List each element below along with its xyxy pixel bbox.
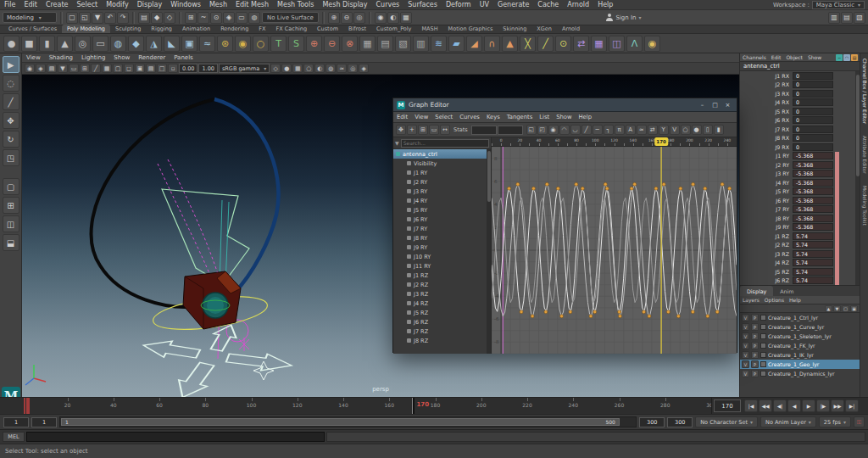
graph-editor-menu-item[interactable]: Keys: [483, 114, 504, 120]
resolution-gate-icon[interactable]: ◻: [124, 64, 134, 73]
menu-item[interactable]: Create: [42, 1, 73, 8]
separator[interactable]: [132, 12, 135, 24]
poly-cone-icon[interactable]: ▲: [57, 36, 73, 52]
keyframe-dot[interactable]: [706, 315, 709, 318]
panel-menu-item[interactable]: Panels: [170, 54, 198, 61]
select-component-icon[interactable]: ◇: [164, 12, 175, 24]
shelf-tab[interactable]: Rigging: [146, 25, 177, 33]
exposure-field[interactable]: 0.00: [179, 64, 198, 73]
mash-network-icon[interactable]: ▦: [591, 36, 607, 52]
channel-name[interactable]: J2 RX: [740, 81, 793, 87]
menu-item[interactable]: Windows: [166, 1, 205, 8]
append-polygon-icon[interactable]: ▰: [448, 36, 465, 52]
play-backwards-button[interactable]: ◀: [787, 399, 801, 412]
channel-name[interactable]: J2 RZ: [740, 242, 793, 248]
keyframe-dot[interactable]: [593, 310, 597, 314]
shelf-tab[interactable]: XGen: [531, 25, 557, 33]
lasso-select-tool[interactable]: ◌: [3, 75, 19, 92]
snap-projected-center-icon[interactable]: ◈: [223, 12, 235, 24]
channel-value-field[interactable]: 0: [793, 126, 833, 133]
keyframe-dot[interactable]: [679, 187, 682, 190]
layer-row[interactable]: V P Creature_1_Dynamics_lyr: [740, 369, 860, 378]
mash-editor-icon[interactable]: ◫: [609, 36, 625, 52]
separator[interactable]: [369, 12, 371, 24]
shelf-tab[interactable]: FX Caching: [271, 25, 313, 33]
layer-visibility-toggle[interactable]: V: [742, 360, 749, 368]
svg-tool-icon[interactable]: S: [288, 36, 304, 52]
keyframe-dot[interactable]: [618, 315, 621, 318]
shadows-icon[interactable]: ◐: [314, 64, 325, 73]
create-empty-layer-icon[interactable]: ▢: [842, 305, 849, 312]
layer-color-swatch[interactable]: [760, 371, 766, 377]
filter-icon[interactable]: ▼: [395, 140, 399, 146]
outliner-row[interactable]: J6 RY: [393, 215, 491, 224]
channel-box-menu-item[interactable]: Channels: [740, 54, 769, 60]
render-settings-icon[interactable]: ▦: [400, 12, 412, 24]
layer-menu-item[interactable]: Help: [787, 297, 804, 303]
time-slider-ruler[interactable]: 2040608010012014016018020022024026028030…: [24, 398, 712, 414]
layer-color-swatch[interactable]: [760, 324, 766, 330]
channel-value-field[interactable]: 0: [793, 98, 833, 106]
layer-color-swatch[interactable]: [760, 361, 766, 367]
channel-value-field[interactable]: -5.368: [793, 215, 833, 222]
keyframe-dot[interactable]: [589, 315, 593, 318]
channel-speed-icon[interactable]: ~: [836, 54, 843, 61]
keyframe-dot[interactable]: [531, 315, 534, 318]
graph-editor-menu-item[interactable]: List: [536, 114, 553, 120]
green-control-shape[interactable]: [162, 189, 249, 284]
poly-platonic-icon[interactable]: ◆: [128, 36, 144, 52]
poly-disc-icon[interactable]: ◍: [110, 36, 126, 52]
gamma-field[interactable]: 1.00: [198, 64, 217, 73]
play-forwards-button[interactable]: ▶: [802, 399, 815, 412]
menu-item[interactable]: Help: [593, 1, 617, 8]
layer-row[interactable]: V P Creature_1_Ctrl_lyr: [740, 313, 860, 322]
frame-playback-icon[interactable]: ◰: [537, 125, 548, 135]
menu-item[interactable]: Edit: [19, 1, 42, 8]
layer-name[interactable]: Creature_1_IK_lyr: [768, 352, 814, 358]
outliner-row[interactable]: J9 RY: [393, 243, 491, 252]
smooth-icon[interactable]: ≋: [431, 36, 447, 52]
channel-value-field[interactable]: 5.74: [793, 232, 833, 240]
keyframe-dot[interactable]: [575, 182, 578, 186]
value-snap-icon[interactable]: ▮: [714, 125, 724, 135]
outliner-row[interactable]: J3 RZ: [393, 289, 491, 299]
step-tangent-icon[interactable]: ┐: [604, 125, 614, 135]
menu-item[interactable]: Deform: [442, 1, 476, 8]
create-layer-from-selected-icon[interactable]: ▣: [850, 305, 858, 312]
keyframe-dot[interactable]: [560, 315, 564, 318]
channel-name[interactable]: J8 RX: [740, 135, 793, 141]
channel-value-field[interactable]: 0: [793, 90, 833, 98]
outliner-row[interactable]: J5 RY: [393, 205, 491, 215]
plateau-tangent-icon[interactable]: π: [615, 125, 625, 135]
menu-item[interactable]: Curves: [371, 1, 403, 8]
layer-name[interactable]: Creature_1_Ctrl_lyr: [768, 315, 818, 321]
shelf-tab[interactable]: Skinning: [498, 25, 531, 33]
image-plane-icon[interactable]: ▭: [69, 64, 79, 73]
close-button[interactable]: ×: [722, 100, 733, 109]
new-scene-icon[interactable]: ▢: [66, 12, 78, 24]
layer-playback-toggle[interactable]: P: [751, 342, 759, 349]
graph-editor-window[interactable]: M Graph Editor –□× EditViewSelectCurvesK…: [392, 98, 737, 353]
channel-value-field[interactable]: 5.74: [793, 276, 833, 284]
channel-name[interactable]: J5 RX: [740, 109, 793, 114]
redo-icon[interactable]: ↷: [117, 12, 129, 24]
workspace-dropdown[interactable]: Maya Classic ▾: [812, 1, 865, 9]
go-to-playback-end-button[interactable]: ▶|: [845, 399, 859, 412]
channel-value-field[interactable]: 0: [793, 108, 833, 115]
layer-visibility-toggle[interactable]: V: [742, 332, 749, 340]
maximize-button[interactable]: □: [709, 100, 721, 109]
smooth-shade-icon[interactable]: ●: [281, 64, 292, 73]
toggle-tool-settings-icon[interactable]: ▤: [841, 12, 853, 24]
antenna-curve-selected[interactable]: [214, 99, 279, 293]
keyframe-dot[interactable]: [545, 182, 548, 186]
outliner-row[interactable]: J8 RY: [393, 233, 491, 243]
rotate-tool[interactable]: ↻: [3, 131, 19, 148]
outliner-row[interactable]: J11 RY: [393, 261, 491, 271]
field-chart-icon[interactable]: ▤: [146, 64, 156, 73]
step-forward-one-key-button[interactable]: ▶▶: [831, 399, 844, 412]
menu-item[interactable]: Surfaces: [403, 1, 442, 8]
layer-menu-item[interactable]: Layers: [740, 297, 762, 303]
panel-menu-item[interactable]: Shading: [45, 54, 77, 61]
insert-keys-icon[interactable]: +: [407, 125, 417, 135]
keyframe-dot[interactable]: [643, 310, 646, 314]
